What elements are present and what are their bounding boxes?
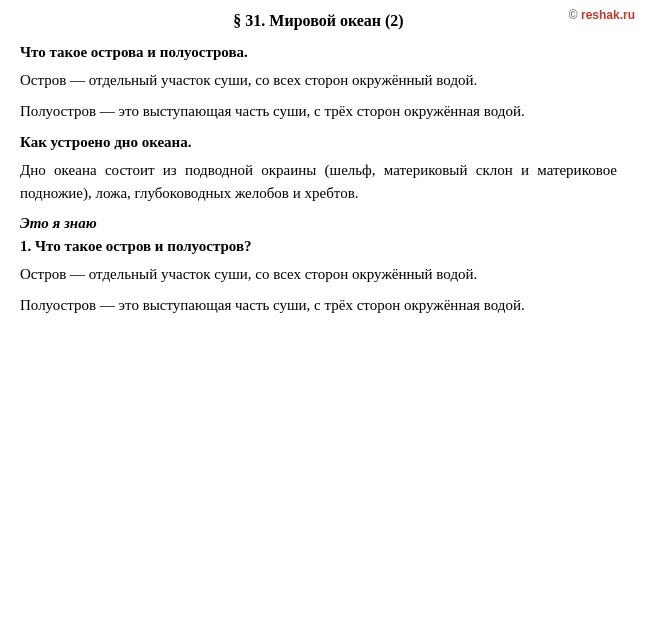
page-title: § 31. Мировой океан (2) (20, 12, 617, 30)
section2-heading: Как устроено дно океана. (20, 134, 617, 151)
dno-definition: Дно океана состоит из подводной окраины … (20, 159, 617, 206)
ostrov-answer: Остров — отдельный участок суши, со всех… (20, 263, 617, 286)
ostrov-definition: Остров — отдельный участок суши, со всех… (20, 69, 617, 92)
eto-ya-znayu-label: Это я знаю (20, 215, 97, 231)
section1-heading: Что такое острова и полуострова. (20, 44, 617, 61)
question1-heading: 1. Что такое остров и полуостров? (20, 238, 617, 255)
reshak-domain: reshak.ru (581, 8, 635, 22)
page-container: © reshak.ru § 31. Мировой океан (2) Что … (0, 0, 645, 619)
reshak-logo: © reshak.ru (569, 8, 635, 22)
poluostrov-answer: Полуостров — это выступающая часть суши,… (20, 294, 617, 317)
poluostrov-definition: Полуостров — это выступающая часть суши,… (20, 100, 617, 123)
